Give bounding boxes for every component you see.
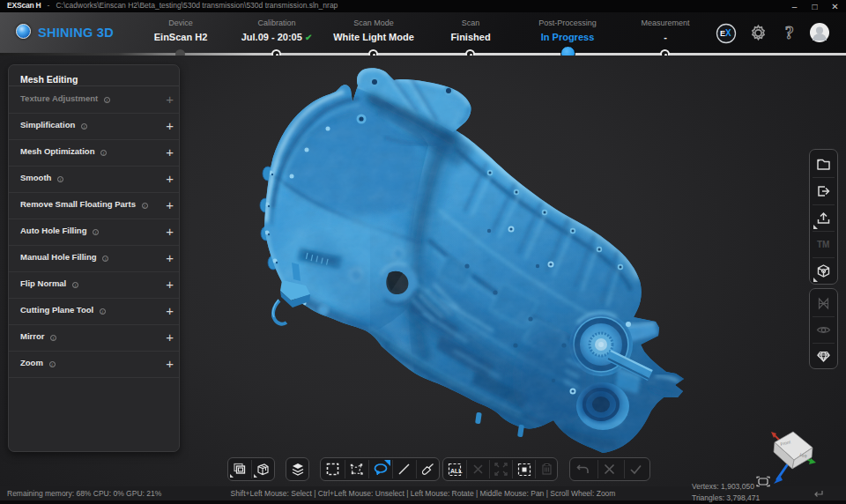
svg-text:X: X bbox=[725, 28, 731, 38]
svg-text:ALL: ALL bbox=[450, 468, 463, 474]
svg-text:?: ? bbox=[785, 23, 794, 42]
svg-text:TM: TM bbox=[817, 240, 829, 249]
